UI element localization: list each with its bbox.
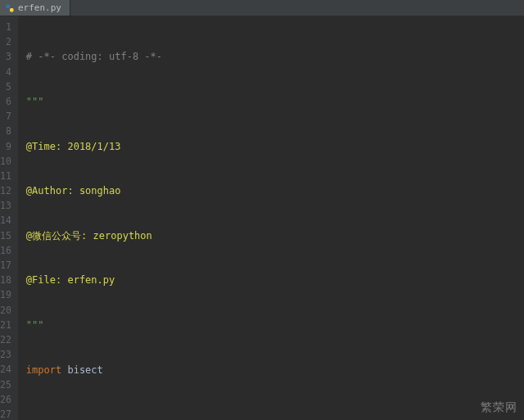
code-text: # -*- coding: utf-8 -*- (26, 51, 162, 62)
code-text: import (26, 364, 61, 376)
svg-rect-1 (10, 8, 14, 12)
line-number: 2 (0, 34, 11, 49)
line-number: 13 (0, 198, 11, 213)
code-text: @Time: 2018/1/13 (26, 141, 121, 152)
line-number: 4 (0, 65, 11, 79)
code-text: """ (26, 319, 44, 331)
watermark: 繁荣网 (481, 400, 517, 415)
svg-rect-0 (7, 4, 11, 8)
line-number: 14 (0, 213, 11, 228)
line-number: 22 (0, 332, 11, 347)
line-number: 15 (0, 228, 11, 243)
line-number: 16 (0, 243, 11, 258)
line-number: 20 (0, 303, 11, 318)
file-tab[interactable]: erfen.py (0, 0, 70, 16)
line-number: 10 (0, 154, 11, 169)
line-number: 8 (0, 124, 11, 138)
code-area[interactable]: # -*- coding: utf-8 -*- """ @Time: 2018/… (18, 16, 524, 420)
tab-filename: erfen.py (18, 2, 61, 13)
line-number: 6 (0, 94, 11, 109)
line-number: 23 (0, 347, 11, 362)
python-file-icon (5, 3, 15, 13)
line-number: 24 (0, 362, 11, 377)
line-number: 26 (0, 392, 11, 407)
line-number: 5 (0, 79, 11, 94)
line-number: 18 (0, 273, 11, 287)
tab-bar: erfen.py (0, 0, 524, 16)
line-number: 11 (0, 169, 11, 183)
line-number: 19 (0, 287, 11, 302)
code-text: @微信公众号: zeropython (26, 230, 152, 242)
line-gutter: 1 2 3 4 5 6 7 8 9 10 11 12 13 14 15 16 1… (0, 16, 18, 420)
code-editor[interactable]: 1 2 3 4 5 6 7 8 9 10 11 12 13 14 15 16 1… (0, 16, 524, 420)
code-text: bisect (61, 364, 103, 376)
line-number: 17 (0, 258, 11, 273)
line-number: 7 (0, 109, 11, 124)
code-text: @Author: songhao (26, 185, 121, 196)
line-number: 25 (0, 377, 11, 392)
code-text: @File: erfen.py (26, 274, 115, 286)
line-number: 9 (0, 139, 11, 154)
line-number: 3 (0, 49, 11, 64)
line-number: 27 (0, 407, 11, 420)
code-text: """ (26, 96, 44, 107)
line-number: 21 (0, 318, 11, 332)
line-number: 12 (0, 183, 11, 198)
line-number: 1 (0, 20, 11, 34)
